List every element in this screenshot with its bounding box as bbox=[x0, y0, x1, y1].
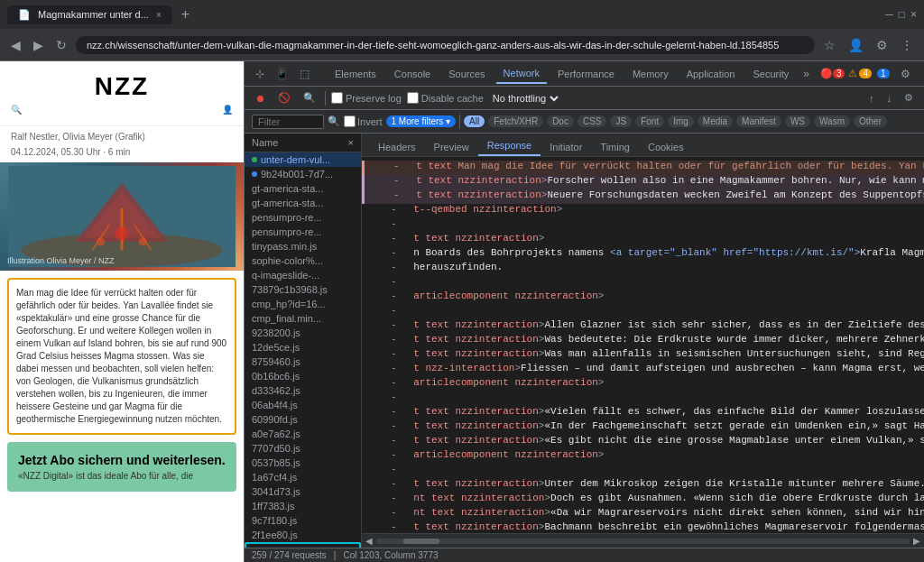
mobile-icon[interactable]: 📱 bbox=[272, 66, 292, 82]
file-item-5[interactable]: pensumpro-re... bbox=[245, 225, 361, 239]
file-item-16[interactable]: d333462.js bbox=[245, 383, 361, 398]
file-item-4[interactable]: pensumpro-re... bbox=[245, 210, 361, 225]
filter-input[interactable] bbox=[252, 115, 324, 129]
filter-search-icon: 🔍 bbox=[328, 115, 340, 127]
file-item-13[interactable]: 12de5ce.js bbox=[245, 340, 361, 355]
menu-icon[interactable]: ⋮ bbox=[897, 34, 917, 56]
forward-button[interactable]: ▶ bbox=[30, 34, 47, 56]
import-button[interactable]: ↑ bbox=[865, 91, 878, 106]
webpage-author: Ralf Nestler, Olivia Meyer (Grafik) bbox=[0, 126, 244, 147]
file-item-15[interactable]: 0b16bc6.js bbox=[245, 369, 361, 383]
tab-sources[interactable]: Sources bbox=[441, 65, 492, 83]
tab-preview[interactable]: Preview bbox=[425, 138, 478, 156]
minimize-icon[interactable]: ─ bbox=[885, 8, 893, 21]
tab-console[interactable]: Console bbox=[387, 65, 438, 83]
filter-fetch-xhr[interactable]: Fetch/XHR bbox=[488, 115, 543, 127]
devtools-menu-icon[interactable]: ⋮ bbox=[918, 66, 924, 82]
file-item-2[interactable]: gt-america-sta... bbox=[245, 181, 361, 196]
file-item-22[interactable]: 1a67cf4.js bbox=[245, 470, 361, 484]
file-item-17[interactable]: 06ab4f4.js bbox=[245, 398, 361, 412]
invert-checkbox[interactable] bbox=[344, 115, 356, 127]
tab-memory[interactable]: Memory bbox=[625, 65, 676, 83]
tab-cookies[interactable]: Cookies bbox=[639, 138, 693, 156]
record-button[interactable]: ⏺ bbox=[252, 91, 269, 106]
more-tabs-button[interactable]: » bbox=[799, 68, 813, 80]
file-item-0[interactable]: unter-dem-vul... bbox=[245, 152, 361, 167]
back-button[interactable]: ◀ bbox=[7, 34, 24, 56]
file-item-3[interactable]: gt-america-sta... bbox=[245, 196, 361, 210]
export-button[interactable]: ↓ bbox=[883, 91, 896, 106]
maximize-icon[interactable]: □ bbox=[899, 8, 905, 21]
profile-icon[interactable]: 👤 bbox=[845, 34, 867, 56]
tab-close-button[interactable]: × bbox=[156, 10, 162, 20]
tab-network[interactable]: Network bbox=[496, 64, 547, 84]
file-item-8[interactable]: q-imageslide-... bbox=[245, 268, 361, 282]
file-item-12[interactable]: 9238200.js bbox=[245, 326, 361, 340]
tab-response[interactable]: Response bbox=[478, 136, 541, 156]
filter-css[interactable]: CSS bbox=[578, 115, 607, 127]
new-tab-button[interactable]: + bbox=[176, 5, 195, 23]
file-item-1[interactable]: 9b24b001-7d7... bbox=[245, 167, 361, 181]
file-item-7[interactable]: sophie-color%... bbox=[245, 253, 361, 268]
close-window-icon[interactable]: × bbox=[910, 8, 917, 21]
tab-performance[interactable]: Performance bbox=[550, 65, 622, 83]
tab-security[interactable]: Security bbox=[745, 65, 796, 83]
code-line-22: - bbox=[362, 464, 924, 478]
active-tab[interactable]: 📄 Magmakammer unter d... × bbox=[7, 5, 172, 24]
file-list-close[interactable]: × bbox=[348, 137, 354, 148]
file-item-9[interactable]: 73879c1b3968.js bbox=[245, 282, 361, 297]
tab-application[interactable]: Application bbox=[679, 65, 743, 83]
settings-icon[interactable]: ⚙ bbox=[897, 66, 914, 82]
file-item-24[interactable]: 1ff7383.js bbox=[245, 499, 361, 513]
file-item-11[interactable]: cmp_final.min... bbox=[245, 311, 361, 326]
file-item-6[interactable]: tinypass.min.js bbox=[245, 239, 361, 253]
more-filters-button[interactable]: 1 More filters ▾ bbox=[386, 115, 457, 127]
scroll-left-icon[interactable]: ◀ bbox=[365, 536, 373, 546]
network-settings-button[interactable]: ⚙ bbox=[901, 90, 917, 106]
tab-elements[interactable]: Elements bbox=[328, 65, 383, 83]
extensions-icon[interactable]: ⚙ bbox=[873, 34, 892, 56]
tab-headers[interactable]: Headers bbox=[369, 138, 425, 156]
file-item-10[interactable]: cmp_hp?id=16... bbox=[245, 297, 361, 311]
horizontal-scrollbar[interactable]: ◀ ▶ bbox=[362, 533, 924, 548]
tab-timing[interactable]: Timing bbox=[591, 138, 639, 156]
file-item-21[interactable]: 0537b85.js bbox=[245, 456, 361, 470]
inspect-element-icon[interactable]: ⬚ bbox=[296, 66, 313, 82]
code-line-24: - nt text nzzinteraction>Doch es gibt Au… bbox=[362, 493, 924, 507]
filter-manifest[interactable]: Manifest bbox=[736, 115, 781, 127]
filter-other[interactable]: Other bbox=[854, 115, 887, 127]
tab-initiator[interactable]: Initiator bbox=[541, 138, 591, 156]
file-item-23[interactable]: 3041d73.js bbox=[245, 484, 361, 499]
cursor-icon[interactable]: ⊹ bbox=[252, 66, 268, 82]
filter-wasm[interactable]: Wasm bbox=[814, 115, 850, 127]
search-icon-web[interactable]: 🔍 bbox=[11, 105, 22, 115]
filter-doc[interactable]: Doc bbox=[547, 115, 574, 127]
filter-media[interactable]: Media bbox=[698, 115, 733, 127]
filter-font[interactable]: Font bbox=[635, 115, 664, 127]
disable-cache-checkbox[interactable] bbox=[407, 92, 419, 104]
clear-button[interactable]: 🚫 bbox=[274, 90, 294, 106]
filter-ws[interactable]: WS bbox=[785, 115, 810, 127]
file-item-25[interactable]: 9c7f180.js bbox=[245, 513, 361, 528]
info-badge: 1 bbox=[877, 69, 890, 78]
file-item-19[interactable]: a0e7a62.js bbox=[245, 427, 361, 441]
filter-js[interactable]: JS bbox=[610, 115, 632, 127]
code-line-14: - t text nzzinteraction>Was man allenfal… bbox=[362, 348, 924, 363]
cta-title: Jetzt Abo sichern und weiterlesen. bbox=[18, 453, 226, 467]
file-item-18[interactable]: 60990fd.js bbox=[245, 412, 361, 427]
search-network-button[interactable]: 🔍 bbox=[300, 90, 319, 106]
file-item-26[interactable]: 2f1ee80.js bbox=[245, 528, 361, 542]
scrollbar-thumb[interactable] bbox=[403, 539, 439, 544]
filter-all[interactable]: All bbox=[464, 115, 485, 127]
throttle-select[interactable]: No throttling bbox=[489, 92, 561, 105]
address-bar[interactable] bbox=[76, 36, 815, 54]
preserve-log-checkbox[interactable] bbox=[331, 92, 343, 104]
file-item-14[interactable]: 8759460.js bbox=[245, 355, 361, 369]
filter-img[interactable]: Img bbox=[668, 115, 694, 127]
user-icon-web[interactable]: 👤 bbox=[222, 105, 233, 115]
reload-button[interactable]: ↻ bbox=[52, 34, 70, 56]
file-item-20[interactable]: 7707d50.js bbox=[245, 441, 361, 456]
bookmark-icon[interactable]: ☆ bbox=[820, 34, 839, 56]
tab-favicon: 📄 bbox=[18, 9, 31, 21]
scroll-right-icon[interactable]: ▶ bbox=[913, 536, 920, 546]
